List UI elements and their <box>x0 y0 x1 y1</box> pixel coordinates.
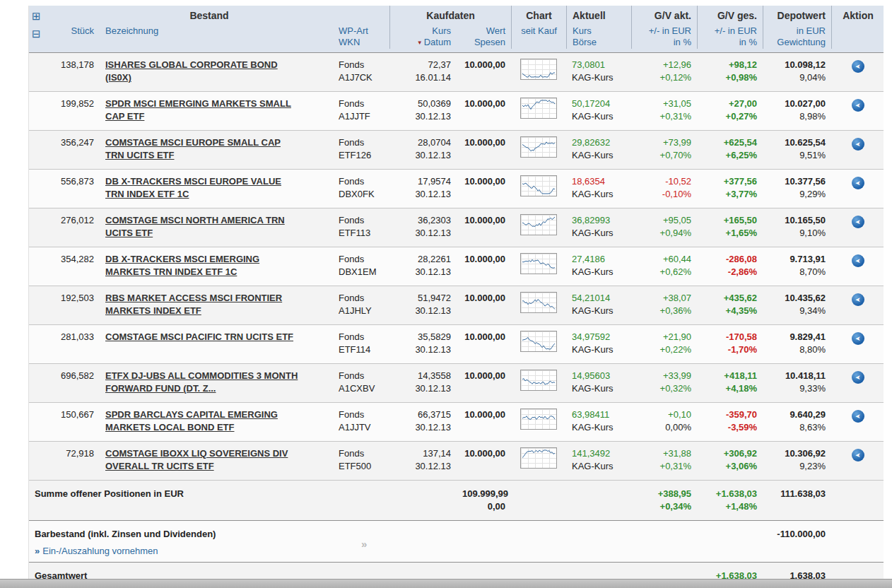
wert-value: 10.000,00 <box>457 286 511 324</box>
sort-wert-spesen[interactable]: Wert Spesen <box>457 24 511 49</box>
wpart-wkn-cell: Fonds ETF126 <box>333 131 389 169</box>
trade-action-button[interactable]: ➤ <box>852 60 864 73</box>
trade-action-button[interactable]: ➤ <box>852 293 864 306</box>
kaufkurs-cell: 50,0369 30.12.13 <box>389 92 457 130</box>
sparkline-chart[interactable] <box>520 292 557 313</box>
trade-arrow-icon: ➤ <box>855 258 861 264</box>
wert-value: 10.000,00 <box>457 403 511 441</box>
gv-akt-cell: +21,90 +0,22% <box>631 325 697 363</box>
wpart-wkn-cell: Fonds ETF114 <box>333 325 389 363</box>
kaufdatum-value: 30.12.13 <box>395 149 451 162</box>
gewichtung-value: 9,33% <box>768 382 826 395</box>
sparkline-chart[interactable] <box>520 136 557 158</box>
position-name-link[interactable]: COMSTAGE MSCI EUROPE SMALL CAP TRN UCITS… <box>105 137 281 160</box>
kaufdatum-value: 30.12.13 <box>395 421 451 434</box>
trade-action-button[interactable]: ➤ <box>852 99 864 112</box>
boerse-value: KAG-Kurs <box>572 149 626 162</box>
table-footer: Summe offener Positionen in EUR 109.999,… <box>29 481 884 587</box>
wert-value: 10.000,00 <box>457 325 511 363</box>
position-name-link[interactable]: RBS MARKET ACCESS MSCI FRONTIER MARKETS … <box>105 293 282 316</box>
stueck-value: 72,918 <box>29 442 100 480</box>
sparkline-chart[interactable] <box>520 253 557 274</box>
trade-action-button[interactable]: ➤ <box>852 449 864 461</box>
trade-arrow-icon: ➤ <box>855 452 861 459</box>
position-name-link[interactable]: DB X-TRACKERS MSCI EMERGING MARKETS TRN … <box>105 254 259 277</box>
sparkline-chart[interactable] <box>520 331 557 352</box>
trade-action-button[interactable]: ➤ <box>852 138 864 151</box>
stueck-value: 354,282 <box>29 247 100 286</box>
position-name-link[interactable]: SPDR BARCLAYS CAPITAL EMERGING MARKETS L… <box>105 409 278 433</box>
depotwert-cell: 10.027,00 8,98% <box>763 92 831 130</box>
sparkline-chart[interactable] <box>520 214 557 235</box>
wert-value: 10.000,00 <box>457 364 511 402</box>
gewichtung-value: 9,23% <box>768 460 826 473</box>
bezeichnung-cell: COMSTAGE MSCI EUROPE SMALL CAP TRN UCITS… <box>100 131 333 169</box>
bezeichnung-cell: ISHARES GLOBAL CORPORATE BOND (IS0X) <box>100 53 333 91</box>
gv-ges-eur-value: -359,70 <box>703 408 757 421</box>
kaufkurs-cell: 51,9472 30.12.13 <box>389 286 457 324</box>
position-row: 199,852 SPDR MSCI EMERGING MARKETS SMALL… <box>29 92 884 131</box>
trade-action-button[interactable]: ➤ <box>852 254 864 267</box>
kurs-aktuell-value: 36,82993 <box>572 214 626 227</box>
kaufdatum-value: 30.12.13 <box>395 266 451 278</box>
depotwert-cell: 10.377,56 9,29% <box>763 170 831 208</box>
expand-all-icon[interactable]: ⊞ <box>32 11 46 21</box>
gv-ges-cell: -170,58 -1,70% <box>697 325 763 363</box>
sort-gv-ges[interactable]: +/- in EUR in % <box>697 24 763 49</box>
position-name-link[interactable]: COMSTAGE MSCI NORTH AMERICA TRN UCITS ET… <box>105 215 285 238</box>
trade-arrow-icon: ➤ <box>855 102 861 109</box>
gv-ges-cell: +435,62 +4,35% <box>697 286 763 324</box>
gewichtung-value: 9,51% <box>768 149 826 162</box>
position-name-link[interactable]: COMSTAGE IBOXX LIQ SOVEREIGNS DIV OVERAL… <box>105 448 288 471</box>
sort-gv-akt[interactable]: +/- in EUR in % <box>631 24 697 49</box>
depotwert-cell: 9.640,29 8,63% <box>763 403 831 441</box>
trade-action-button[interactable]: ➤ <box>852 177 864 189</box>
sparkline-chart[interactable] <box>520 98 557 119</box>
position-name-link[interactable]: COMSTAGE MSCI PACIFIC TRN UCITS ETF <box>105 331 293 342</box>
sparkline-chart[interactable] <box>520 370 557 391</box>
trade-action-button[interactable]: ➤ <box>852 332 864 345</box>
sort-kurs-boerse[interactable]: Kurs Börse <box>566 24 631 49</box>
sort-wpart-wkn[interactable]: WP-Art WKN <box>333 24 389 49</box>
trade-action-button[interactable]: ➤ <box>852 216 864 228</box>
sort-bezeichnung[interactable]: Bezeichnung <box>100 24 333 49</box>
collapse-all-icon[interactable]: ⊟ <box>32 28 46 39</box>
positions-list: 138,178 ISHARES GLOBAL CORPORATE BOND (I… <box>29 53 884 481</box>
horizontal-scrollbar[interactable] <box>0 579 892 588</box>
sparkline-chart[interactable] <box>520 447 557 469</box>
gv-akt-cell: +0,10 0,00% <box>631 403 697 441</box>
position-row: 276,012 COMSTAGE MSCI NORTH AMERICA TRN … <box>29 208 884 247</box>
wkn-value: ETF126 <box>339 149 384 162</box>
barbestand-value: -110.000,00 <box>763 521 831 562</box>
position-name-link[interactable]: ISHARES GLOBAL CORPORATE BOND (IS0X) <box>105 59 278 83</box>
trade-action-button[interactable]: ➤ <box>852 410 864 423</box>
trade-action-button[interactable]: ➤ <box>852 371 864 384</box>
sort-depotwert[interactable]: in EUR Gewichtung <box>763 24 831 49</box>
gv-ges-pct-value: +6,25% <box>703 149 757 162</box>
gv-akt-eur-value: +38,07 <box>637 292 691 305</box>
aktion-cell: ➤ <box>831 325 884 363</box>
col-group-aktuell: Aktuell <box>566 6 631 24</box>
position-name-link[interactable]: SPDR MSCI EMERGING MARKETS SMALL CAP ETF <box>105 98 291 122</box>
cash-transfer-link[interactable]: »Ein-/Auszahlung vornehmen <box>35 545 626 558</box>
aktion-cell: ➤ <box>831 53 884 91</box>
gewichtung-value: 9,04% <box>768 71 826 84</box>
trade-arrow-icon: ➤ <box>855 413 861 420</box>
wpart-wkn-cell: Fonds A1J7CK <box>333 53 389 91</box>
chart-cell <box>511 325 566 363</box>
depotwert-cell: 10.435,62 9,34% <box>763 286 831 324</box>
boerse-value: KAG-Kurs <box>572 188 626 201</box>
wp-art-value: Fonds <box>339 408 384 421</box>
position-name-link[interactable]: ETFX DJ-UBS ALL COMMODITIES 3 MONTH FORW… <box>105 370 298 394</box>
gv-akt-pct-value: +0,31% <box>637 460 691 473</box>
stueck-value: 192,503 <box>29 286 100 324</box>
sort-kurs-datum[interactable]: Kurs ▼Datum <box>389 24 457 49</box>
sparkline-chart[interactable] <box>520 408 557 430</box>
kaufdatum-value: 30.12.13 <box>395 227 451 240</box>
chart-cell <box>511 403 566 441</box>
position-name-link[interactable]: DB X-TRACKERS MSCI EUROPE VALUE TRN INDE… <box>105 176 281 199</box>
sparkline-chart[interactable] <box>520 59 557 80</box>
sparkline-chart[interactable] <box>520 175 557 196</box>
depotwert-value: 10.435,62 <box>768 292 826 305</box>
summary-label: Summe offener Positionen in EUR <box>29 481 389 520</box>
